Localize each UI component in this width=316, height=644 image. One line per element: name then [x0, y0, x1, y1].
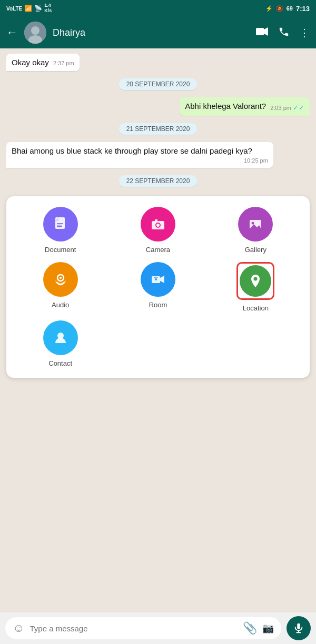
location-icon-circle [240, 265, 271, 297]
chat-header: ← Dhairya ⋮ [0, 17, 316, 48]
bluetooth-icon: ⚡ [265, 5, 273, 12]
battery-text: 69 [287, 5, 293, 12]
silent-icon: 🔕 [276, 5, 283, 12]
emoji-icon[interactable]: ☺ [13, 621, 24, 635]
contact-icon-circle [43, 320, 78, 355]
svg-rect-24 [297, 623, 300, 629]
avatar-image [24, 22, 46, 44]
location-highlight-border [236, 262, 274, 300]
signal-icon: 📶 [24, 5, 32, 12]
room-icon-circle [141, 262, 175, 297]
location-label: Location [243, 304, 269, 312]
message-received-2: Bhai among us blue stack ke through play… [6, 142, 273, 168]
time-text: 7:13 [296, 5, 310, 13]
gallery-icon-circle [238, 207, 273, 242]
room-label: Room [149, 301, 167, 309]
svg-point-11 [156, 224, 160, 227]
attach-icon[interactable]: 📎 [243, 621, 257, 635]
gallery-label: Gallery [245, 246, 266, 254]
message-input-wrap[interactable]: ☺ 📎 📷 [5, 617, 281, 639]
svg-marker-4 [264, 27, 268, 36]
svg-rect-3 [256, 28, 264, 35]
attach-location[interactable]: Location [236, 262, 274, 312]
wifi-icon: 📡 [34, 5, 42, 12]
message-text: Okay okay [12, 58, 49, 67]
svg-point-13 [161, 222, 162, 223]
phone-call-icon[interactable] [278, 26, 290, 40]
svg-point-1 [31, 26, 39, 35]
svg-rect-12 [155, 219, 157, 222]
header-actions: ⋮ [256, 26, 310, 40]
status-left: VoLTE 📶 📡 1.4K/s [6, 3, 52, 14]
svg-rect-7 [57, 225, 62, 226]
carrier-text: VoLTE [6, 6, 22, 12]
date-separator-1: 20 SEPTEMBER 2020 [119, 78, 197, 90]
message-sent-1: Abhi khelega Valorant? 2:03 pm ✓✓ [180, 97, 310, 116]
message-text: Abhi khelega Valorant? [185, 102, 266, 110]
contact-avatar[interactable] [24, 22, 46, 44]
date-separator-2: 21 SEPTEMBER 2020 [119, 123, 197, 135]
svg-rect-6 [57, 223, 63, 224]
document-label: Document [45, 246, 76, 254]
camera-icon-circle [141, 207, 175, 242]
attach-camera[interactable]: Camera [141, 207, 175, 254]
message-time: 2:03 pm ✓✓ [270, 104, 304, 112]
attachment-popup: Document Camera [6, 196, 310, 378]
svg-rect-8 [57, 226, 62, 227]
message-received-1: Okay okay 2:37 pm [6, 54, 80, 71]
message-text: Bhai among us blue stack ke through play… [12, 146, 252, 155]
attachment-grid: Document Camera [12, 207, 304, 367]
menu-icon[interactable]: ⋮ [299, 26, 310, 39]
date-separator-3: 22 SEPTEMBER 2020 [119, 175, 197, 187]
message-time: 10:25 pm [244, 157, 268, 164]
audio-icon-circle [43, 262, 78, 297]
chat-area: Okay okay 2:37 pm 20 SEPTEMBER 2020 Abhi… [0, 48, 316, 612]
read-ticks: ✓✓ [293, 104, 304, 112]
contact-label: Contact [48, 359, 72, 367]
svg-marker-20 [160, 276, 164, 283]
message-time: 2:37 pm [53, 60, 74, 66]
attach-room[interactable]: Room [141, 262, 175, 312]
document-icon-circle [43, 207, 78, 242]
audio-label: Audio [52, 301, 69, 309]
attach-audio[interactable]: Audio [43, 262, 78, 312]
svg-point-21 [155, 278, 157, 280]
message-input[interactable] [29, 624, 238, 633]
svg-point-22 [254, 277, 258, 281]
attach-document[interactable]: Document [43, 207, 78, 254]
video-call-icon[interactable] [256, 26, 269, 39]
status-bar: VoLTE 📶 📡 1.4K/s ⚡ 🔕 69 7:13 [0, 0, 316, 17]
status-right: ⚡ 🔕 69 7:13 [265, 5, 310, 13]
svg-point-18 [60, 277, 62, 279]
back-button[interactable]: ← [6, 26, 18, 39]
svg-point-15 [252, 222, 254, 225]
contact-name[interactable]: Dhairya [53, 27, 250, 38]
attach-gallery[interactable]: Gallery [238, 207, 273, 254]
camera-input-icon[interactable]: 📷 [262, 622, 274, 634]
bottom-bar: ☺ 📎 📷 [0, 612, 316, 644]
speed-text: 1.4K/s [44, 3, 52, 14]
attach-contact[interactable]: Contact [43, 320, 78, 367]
mic-button[interactable] [287, 616, 311, 640]
camera-label: Camera [146, 246, 170, 254]
